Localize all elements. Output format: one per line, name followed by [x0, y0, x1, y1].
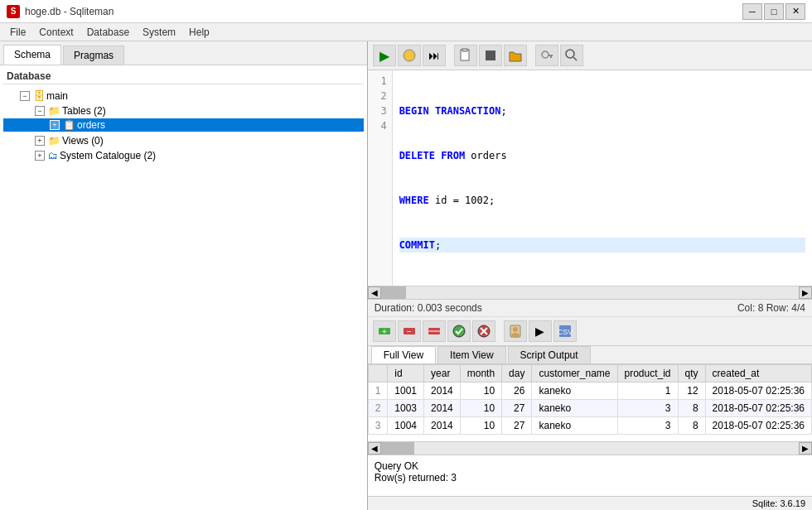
col-header-month[interactable]: month [460, 365, 501, 382]
tree-row-orders[interactable]: + 📋 orders [3, 118, 364, 132]
menu-database[interactable]: Database [80, 25, 136, 40]
editor-text[interactable]: BEGIN TRANSACTION; DELETE FROM orders WH… [393, 70, 812, 286]
close-button[interactable]: ✕ [785, 3, 805, 20]
table-row: 3 1004 2014 10 27 kaneko 3 8 2018-05-07 … [368, 417, 811, 435]
commit-button[interactable] [447, 320, 471, 342]
tree-label-views: Views (0) [62, 135, 104, 147]
expand-syscat[interactable]: + [35, 151, 45, 161]
menu-system[interactable]: System [136, 25, 182, 40]
col-header-customer-name[interactable]: customer_name [532, 365, 617, 382]
svg-point-8 [566, 50, 574, 58]
editor-content[interactable]: 1 2 3 4 BEGIN TRANSACTION; DELETE FROM o… [368, 70, 812, 286]
cell-year-3: 2014 [424, 417, 461, 435]
db-tree: Database − 🗄 main − 📁 Tables (2) [0, 65, 367, 510]
titlebar-controls: ─ □ ✕ [742, 3, 805, 20]
status-bar: Duration: 0.003 seconds Col: 8 Row: 4/4 [368, 300, 812, 317]
result-hscroll[interactable]: ◀ ▶ [368, 441, 812, 455]
titlebar-title: hoge.db - Sqliteman [25, 6, 114, 17]
col-header-created-at[interactable]: created_at [705, 365, 811, 382]
cell-day-2: 27 [502, 400, 532, 417]
export-button[interactable]: CSV [553, 320, 577, 342]
rollback-button[interactable] [472, 320, 495, 342]
svg-rect-4 [486, 51, 495, 60]
svg-point-16 [453, 325, 465, 337]
menu-context[interactable]: Context [32, 25, 80, 40]
search-button[interactable] [560, 45, 583, 66]
tree-label-main: main [46, 90, 68, 102]
cell-qty-1: 12 [678, 382, 705, 400]
table-row: 1 1001 2014 10 26 kaneko 1 12 2018-05-07… [368, 382, 811, 400]
key-button[interactable] [535, 45, 558, 66]
expand-tables[interactable]: − [35, 106, 45, 116]
output-line2: Row(s) returned: 3 [375, 472, 805, 484]
col-header-id[interactable]: id [388, 365, 424, 382]
expand-views[interactable]: + [35, 136, 45, 146]
tree-row-syscat[interactable]: + 🗂 System Catalogue (2) [3, 149, 364, 162]
result-table: id year month day customer_name product_… [368, 364, 812, 435]
tab-item-view[interactable]: Item View [437, 346, 505, 363]
tab-pragmas[interactable]: Pragmas [63, 46, 124, 65]
add-row-button[interactable]: + [373, 320, 396, 342]
open-button[interactable] [504, 45, 527, 66]
expand-main[interactable]: − [20, 91, 30, 101]
tree-row-views[interactable]: + 📁 Views (0) [3, 134, 364, 147]
table-icon-orders: 📋 [63, 119, 75, 131]
svg-rect-3 [462, 49, 467, 51]
cell-rownum-2: 2 [368, 400, 388, 417]
cell-id-1: 1001 [388, 382, 424, 400]
duration-text: Duration: 0.003 seconds [375, 302, 482, 314]
result-toolbar: + − ▶ CSV [368, 317, 812, 346]
col-header-year[interactable]: year [424, 365, 461, 382]
titlebar-left: S hoge.db - Sqliteman [7, 5, 114, 18]
col-header-qty[interactable]: qty [678, 365, 705, 382]
tree-row-tables[interactable]: − 📁 Tables (2) [3, 104, 364, 118]
cell-rownum-1: 1 [368, 382, 388, 400]
svg-text:−: − [407, 327, 412, 336]
explain-button[interactable]: ⚡ [398, 45, 421, 66]
main-container: Schema Pragmas Database − 🗄 main − [0, 41, 812, 510]
svg-rect-6 [548, 55, 553, 56]
tree-node-main: − 🗄 main − 📁 Tables (2) [3, 88, 364, 164]
menu-file[interactable]: File [3, 25, 32, 40]
svg-rect-7 [550, 56, 552, 58]
svg-text:⚡: ⚡ [404, 51, 415, 61]
result-table-container[interactable]: id year month day customer_name product_… [368, 364, 812, 441]
svg-text:CSV: CSV [558, 328, 573, 336]
sql-editor[interactable]: 1 2 3 4 BEGIN TRANSACTION; DELETE FROM o… [368, 70, 812, 300]
maximize-button[interactable]: □ [764, 3, 784, 20]
cell-product-3: 3 [617, 417, 678, 435]
cell-created-2: 2018-05-07 02:25:36 [705, 400, 811, 417]
tree-label-syscat: System Catalogue (2) [60, 150, 156, 161]
col-header-rownum [368, 365, 388, 382]
line-numbers: 1 2 3 4 [368, 70, 393, 286]
delete-row-button[interactable]: − [398, 320, 421, 342]
editor-line-1: BEGIN TRANSACTION; [399, 103, 805, 118]
menu-help[interactable]: Help [182, 25, 216, 40]
run-button[interactable]: ▶ [373, 45, 396, 66]
cell-qty-3: 8 [678, 417, 705, 435]
tab-full-view[interactable]: Full View [371, 346, 436, 363]
table-row: 2 1003 2014 10 27 kaneko 3 8 2018-05-07 … [368, 400, 811, 417]
editor-hscroll[interactable]: ◀ ▶ [368, 286, 812, 299]
tree-row-main[interactable]: − 🗄 main [3, 89, 364, 103]
next-button[interactable]: ⏭ [423, 45, 446, 66]
dup-row-button[interactable] [423, 320, 446, 342]
cell-customer-2: kaneko [532, 400, 617, 417]
cell-month-2: 10 [460, 400, 501, 417]
titlebar: S hoge.db - Sqliteman ─ □ ✕ [0, 0, 812, 23]
cell-day-1: 26 [502, 382, 532, 400]
tree-label-tables: Tables (2) [62, 105, 106, 117]
tree-node-tables: − 📁 Tables (2) + 📋 orders [3, 103, 364, 133]
col-header-day[interactable]: day [502, 365, 532, 382]
clipboard-button[interactable] [454, 45, 477, 66]
menubar: File Context Database System Help [0, 23, 812, 41]
editor-line-3: WHERE id = 1002; [399, 193, 805, 208]
minimize-button[interactable]: ─ [742, 3, 762, 20]
tab-script-output[interactable]: Script Output [508, 346, 591, 363]
stop-button[interactable] [479, 45, 502, 66]
portrait-button[interactable] [504, 320, 527, 342]
tab-schema[interactable]: Schema [3, 45, 61, 65]
expand-orders[interactable]: + [50, 120, 60, 130]
col-header-product-id[interactable]: product_id [617, 365, 678, 382]
forward-button[interactable]: ▶ [529, 320, 552, 342]
